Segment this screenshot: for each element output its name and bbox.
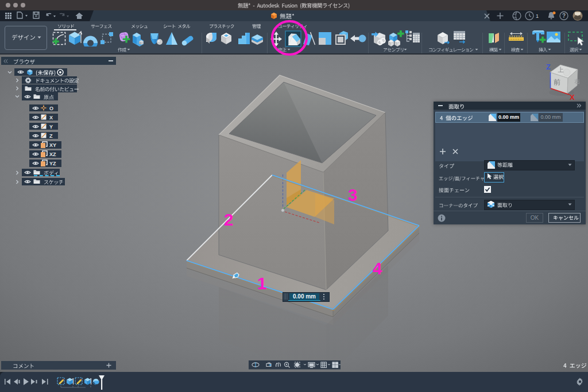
svg-text:2: 2 — [224, 210, 234, 229]
svg-text:4: 4 — [373, 259, 382, 278]
svg-text:1: 1 — [257, 274, 267, 293]
svg-text:3: 3 — [348, 185, 358, 204]
